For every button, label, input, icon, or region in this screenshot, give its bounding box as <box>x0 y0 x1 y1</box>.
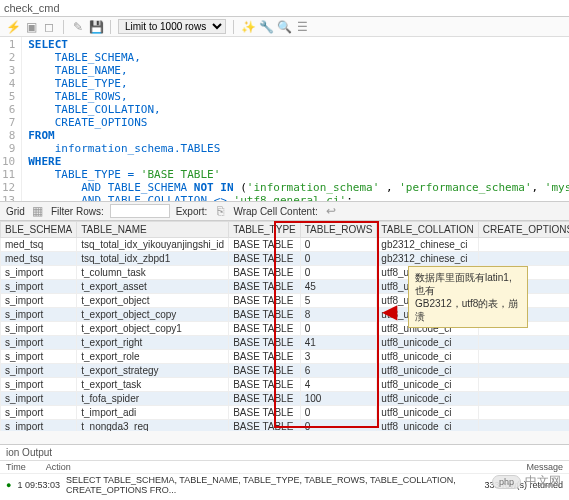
cell[interactable]: med_tsq <box>1 238 77 252</box>
cell[interactable]: BASE TABLE <box>229 266 301 280</box>
cell[interactable]: t_export_role <box>77 350 229 364</box>
cell[interactable] <box>478 238 569 252</box>
cell[interactable]: t_export_object_copy <box>77 308 229 322</box>
cell[interactable]: t_export_object <box>77 294 229 308</box>
cell[interactable]: s_import <box>1 266 77 280</box>
cell[interactable]: 0 <box>300 238 377 252</box>
cell[interactable]: utf8_unicode_ci <box>377 336 478 350</box>
run-icon[interactable]: ▣ <box>24 20 38 34</box>
col-type[interactable]: TABLE_TYPE <box>229 222 301 238</box>
cell[interactable]: 0 <box>300 266 377 280</box>
cell[interactable]: 3 <box>300 350 377 364</box>
cell[interactable]: utf8_unicode_ci <box>377 420 478 432</box>
cell[interactable] <box>478 420 569 432</box>
cell[interactable]: t_export_strategy <box>77 364 229 378</box>
sql-editor[interactable]: 123 456 789 101112 13 SELECT TABLE_SCHEM… <box>0 37 569 201</box>
cell[interactable]: BASE TABLE <box>229 336 301 350</box>
table-row[interactable]: s_importt_import_adiBASE TABLE0utf8_unic… <box>1 406 570 420</box>
cell[interactable]: 45 <box>300 280 377 294</box>
cell[interactable]: s_import <box>1 364 77 378</box>
col-rows[interactable]: TABLE_ROWS <box>300 222 377 238</box>
cell[interactable]: s_import <box>1 378 77 392</box>
cell[interactable]: s_import <box>1 280 77 294</box>
export-icon[interactable]: ⎘ <box>213 204 227 218</box>
stop-icon[interactable]: ◻ <box>42 20 56 34</box>
cell[interactable]: utf8_unicode_ci <box>377 392 478 406</box>
filter-input[interactable] <box>110 204 170 218</box>
cell[interactable]: s_import <box>1 350 77 364</box>
cell[interactable]: gb2312_chinese_ci <box>377 252 478 266</box>
explain-icon[interactable]: ✎ <box>71 20 85 34</box>
cell[interactable]: t_export_asset <box>77 280 229 294</box>
flash-icon[interactable]: ⚡ <box>6 20 20 34</box>
cell[interactable]: 0 <box>300 420 377 432</box>
cell[interactable] <box>478 364 569 378</box>
table-row[interactable]: s_importt_export_strategyBASE TABLE6utf8… <box>1 364 570 378</box>
cell[interactable]: BASE TABLE <box>229 364 301 378</box>
cell[interactable]: BASE TABLE <box>229 308 301 322</box>
cell[interactable]: s_import <box>1 294 77 308</box>
cell[interactable]: t_column_task <box>77 266 229 280</box>
result-grid[interactable]: BLE_SCHEMA TABLE_NAME TABLE_TYPE TABLE_R… <box>0 221 569 431</box>
table-row[interactable]: s_importt_export_rightBASE TABLE41utf8_u… <box>1 336 570 350</box>
list-icon[interactable]: ☰ <box>295 20 309 34</box>
cell[interactable]: t_export_object_copy1 <box>77 322 229 336</box>
cell[interactable] <box>478 252 569 266</box>
cell[interactable]: utf8_unicode_ci <box>377 350 478 364</box>
cell[interactable]: 100 <box>300 392 377 406</box>
cell[interactable]: tsq_total_idx_yikouyanjingshi_id <box>77 238 229 252</box>
cell[interactable]: 41 <box>300 336 377 350</box>
col-options[interactable]: CREATE_OPTIONS <box>478 222 569 238</box>
cell[interactable]: BASE TABLE <box>229 350 301 364</box>
cell[interactable]: 0 <box>300 322 377 336</box>
cell[interactable]: s_import <box>1 420 77 432</box>
wrap-icon[interactable]: ↩ <box>324 204 338 218</box>
cell[interactable]: BASE TABLE <box>229 322 301 336</box>
cell[interactable]: BASE TABLE <box>229 280 301 294</box>
cell[interactable]: t_export_task <box>77 378 229 392</box>
cell[interactable]: BASE TABLE <box>229 378 301 392</box>
cell[interactable]: BASE TABLE <box>229 252 301 266</box>
cell[interactable]: 0 <box>300 252 377 266</box>
cell[interactable] <box>478 406 569 420</box>
col-schema[interactable]: BLE_SCHEMA <box>1 222 77 238</box>
beautify-icon[interactable]: ✨ <box>241 20 255 34</box>
cell[interactable]: BASE TABLE <box>229 294 301 308</box>
cell[interactable]: BASE TABLE <box>229 406 301 420</box>
table-row[interactable]: s_importt_fofa_spiderBASE TABLE100utf8_u… <box>1 392 570 406</box>
grid-icon[interactable]: ▦ <box>31 204 45 218</box>
code-body[interactable]: SELECT TABLE_SCHEMA, TABLE_NAME, TABLE_T… <box>22 37 569 201</box>
cell[interactable]: 8 <box>300 308 377 322</box>
cell[interactable] <box>478 392 569 406</box>
cell[interactable]: BASE TABLE <box>229 392 301 406</box>
cell[interactable]: utf8_unicode_ci <box>377 406 478 420</box>
output-row[interactable]: ● 1 09:53:03 SELECT TABLE_SCHEMA, TABLE_… <box>0 474 569 496</box>
cell[interactable]: utf8_unicode_ci <box>377 378 478 392</box>
cell[interactable]: 6 <box>300 364 377 378</box>
cell[interactable]: 5 <box>300 294 377 308</box>
cell[interactable]: 4 <box>300 378 377 392</box>
cell[interactable]: tsq_total_idx_zbpd1 <box>77 252 229 266</box>
cell[interactable]: BASE TABLE <box>229 238 301 252</box>
cell[interactable]: t_nongda3_req <box>77 420 229 432</box>
output-tab[interactable]: ion Output <box>0 445 569 461</box>
cell[interactable]: s_import <box>1 308 77 322</box>
table-row[interactable]: s_importt_nongda3_reqBASE TABLE0utf8_uni… <box>1 420 570 432</box>
cell[interactable]: med_tsq <box>1 252 77 266</box>
cell[interactable] <box>478 336 569 350</box>
col-collation[interactable]: TABLE_COLLATION <box>377 222 478 238</box>
cell[interactable]: t_import_adi <box>77 406 229 420</box>
cell[interactable] <box>478 350 569 364</box>
cell[interactable] <box>478 378 569 392</box>
cell[interactable]: s_import <box>1 322 77 336</box>
cell[interactable]: 0 <box>300 406 377 420</box>
save-icon[interactable]: 💾 <box>89 20 103 34</box>
tool-icon[interactable]: 🔧 <box>259 20 273 34</box>
col-name[interactable]: TABLE_NAME <box>77 222 229 238</box>
table-row[interactable]: med_tsqtsq_total_idx_zbpd1BASE TABLE0gb2… <box>1 252 570 266</box>
table-row[interactable]: s_importt_export_taskBASE TABLE4utf8_uni… <box>1 378 570 392</box>
cell[interactable]: gb2312_chinese_ci <box>377 238 478 252</box>
limit-select[interactable]: Limit to 1000 rows <box>118 19 226 34</box>
table-row[interactable]: med_tsqtsq_total_idx_yikouyanjingshi_idB… <box>1 238 570 252</box>
table-row[interactable]: s_importt_export_roleBASE TABLE3utf8_uni… <box>1 350 570 364</box>
